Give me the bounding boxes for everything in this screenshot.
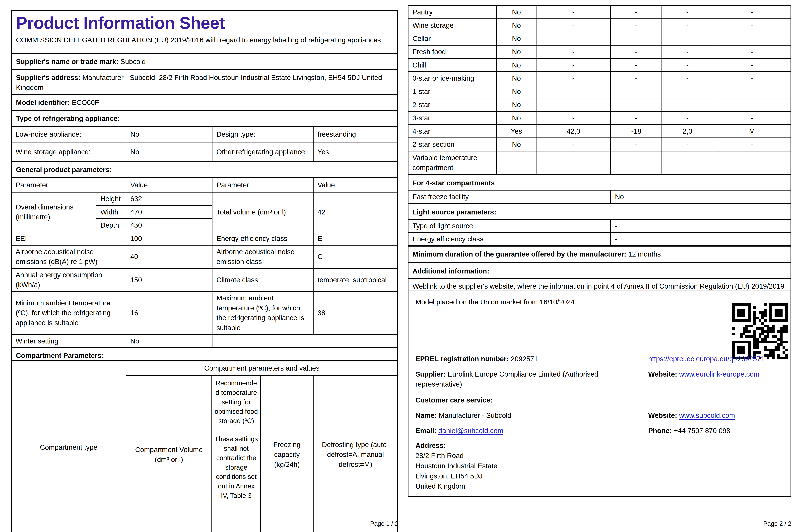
min-ambient-temp-value: 16 xyxy=(126,291,212,335)
light-source-heading: Light source parameters: xyxy=(408,204,791,219)
compartment-temp-cell: - xyxy=(611,151,662,174)
compartment-temp-cell: - xyxy=(611,6,662,19)
table-row: Compartment type Compartment parameters … xyxy=(12,361,397,375)
four-star-heading: For 4-star compartments xyxy=(408,174,791,190)
compartment-present-cell: Yes xyxy=(497,125,536,138)
column-header-value: Value xyxy=(313,178,397,192)
compartment-heading-row: Compartment Parameters: xyxy=(12,347,397,360)
general-parameters-section: Parameter Value Parameter Value Overal d… xyxy=(12,177,397,347)
table-row: Cellar No - - - - xyxy=(408,32,791,45)
guarantee-row: Minimum duration of the guarantee offere… xyxy=(408,246,791,263)
compartment-freezing-cell: - xyxy=(662,45,713,58)
additional-info-heading: Additional information: xyxy=(408,263,791,278)
column-header-parameter: Parameter xyxy=(12,178,126,192)
max-ambient-temp-label: Maximum ambient temperature (ºC), for wh… xyxy=(212,291,313,335)
compartment-freezing-cell: - xyxy=(662,85,713,98)
fast-freeze-row: Fast freeze facility No xyxy=(408,190,791,204)
compartment-present-cell: No xyxy=(497,45,536,58)
fast-freeze-label: Fast freeze facility xyxy=(408,190,611,204)
care-website-link[interactable]: www.subcold.com xyxy=(679,412,735,419)
compartment-present-cell: No xyxy=(497,58,536,72)
compartment-present-cell: No xyxy=(497,19,536,32)
compartment-freezing-cell: 2,0 xyxy=(662,125,713,138)
compartment-defrost-cell: - xyxy=(713,58,791,72)
general-parameters-heading-row: General product parameters: xyxy=(12,162,397,177)
compartment-temp-cell: -18 xyxy=(611,125,662,138)
care-email-row: Email: daniel@subcold.com Phone: +44 750… xyxy=(416,426,786,436)
compartment-temp-cell: - xyxy=(611,58,662,72)
compartment-type-cell: 1-star xyxy=(408,85,497,98)
supplier-address-row: Supplier's address: Manufacturer - Subco… xyxy=(12,69,397,94)
compartment-defrost-cell: - xyxy=(713,72,791,85)
care-website-wrap: Website: www.subcold.com xyxy=(648,411,786,420)
compartment-defrost-cell: - xyxy=(713,151,791,174)
care-address-line: 28/2 Firth Road xyxy=(416,451,658,461)
supplier-name-row: Supplier's name or trade mark: Subcold xyxy=(12,53,397,69)
care-email-link[interactable]: daniel@subcold.com xyxy=(438,427,504,435)
registration-box: Model placed on the Union market from 16… xyxy=(407,290,791,497)
page-2: Pantry No - - - - Wine storage No - - - … xyxy=(407,5,791,529)
page-1-sheet: Product Information Sheet COMMISSION DEL… xyxy=(11,10,398,532)
compartment-type-cell: 4-star xyxy=(408,125,497,138)
compartment-volume-cell: 42,0 xyxy=(536,125,611,138)
recommended-temperature-text: Recommended temperature setting for opti… xyxy=(214,378,259,425)
annual-energy-label: Annual energy consumption (kWh/a) xyxy=(12,268,126,291)
column-header-parameter: Parameter xyxy=(212,178,313,192)
care-phone-label: Phone: xyxy=(648,427,672,435)
supplier-info: Supplier: Eurolink Europe Compliance Lim… xyxy=(416,369,648,389)
table-row: Wine storage No - - - - xyxy=(408,19,791,32)
table-row: 2-star No - - - - xyxy=(408,98,791,111)
compartment-type-cell: Pantry xyxy=(408,6,497,19)
table-row: EEI 100 Energy efficiency class E xyxy=(12,232,397,245)
compartment-type-cell: 3-star xyxy=(408,111,497,125)
page-2-sheet: Pantry No - - - - Wine storage No - - - … xyxy=(407,5,791,304)
compartment-freezing-cell: - xyxy=(662,32,713,45)
supplier-name-value: Subcold xyxy=(120,58,146,65)
care-email-label: Email: xyxy=(416,427,436,435)
table-row-4-star: 4-star Yes 42,0 -18 2,0 M xyxy=(408,125,791,138)
guarantee-label: Minimum duration of the guarantee offere… xyxy=(413,250,626,258)
eei-value: 100 xyxy=(126,232,212,245)
compartment-values-table: Pantry No - - - - Wine storage No - - - … xyxy=(408,6,791,304)
market-placement-text: Model placed on the Union market from 16… xyxy=(416,297,671,307)
noise-emission-value: 40 xyxy=(126,245,212,268)
wine-storage-label: Wine storage appliance: xyxy=(12,142,126,162)
winter-setting-value: No xyxy=(126,335,212,347)
compartment-defrost-cell: - xyxy=(713,32,791,45)
care-name-row: Name: Manufacturer - Subcold Website: ww… xyxy=(416,411,786,420)
climate-class-value: temperate, subtropical xyxy=(313,268,397,291)
table-row: 3-star No - - - - xyxy=(408,111,791,125)
care-address-line: United Kingdom xyxy=(416,481,658,491)
compartment-present-cell: No xyxy=(497,138,536,151)
eprel-link[interactable]: https://eprel.ec.europa.eu/qr/2092571 xyxy=(648,355,765,363)
eei-label: EEI xyxy=(12,232,126,245)
compartment-temp-cell: - xyxy=(611,45,662,58)
type-heading-row: Type of refrigerating appliance: xyxy=(12,110,397,126)
compartment-volume-cell: - xyxy=(536,6,611,19)
dimension-width-value: 470 xyxy=(126,206,212,219)
care-name: Name: Manufacturer - Subcold xyxy=(416,411,648,420)
eprel-registration: EPREL registration number: 2092571 xyxy=(416,354,648,364)
compartment-volume-cell: - xyxy=(536,151,611,174)
compartment-header-table: Compartment type Compartment parameters … xyxy=(12,361,397,532)
compartment-freezing-cell: - xyxy=(662,111,713,125)
care-address-label: Address: xyxy=(416,440,658,451)
light-energy-class-row: Energy efficiency class - xyxy=(408,232,791,246)
compartment-volume-cell: - xyxy=(536,111,611,125)
compartment-freezing-cell: - xyxy=(662,6,713,19)
compartment-present-cell: - xyxy=(497,151,536,174)
compartment-freezing-cell: - xyxy=(662,151,713,174)
dimension-depth-value: 450 xyxy=(126,218,212,232)
other-appliance-value: Yes xyxy=(313,142,397,162)
compartment-type-cell: 2-star xyxy=(408,98,497,111)
compartment-volume-cell: - xyxy=(536,85,611,98)
compartment-present-cell: No xyxy=(497,111,536,125)
dimension-depth-label: Depth xyxy=(96,218,126,232)
noise-emission-label: Airborne acoustical noise emissions (dB(… xyxy=(12,245,126,268)
compartment-volume-cell: - xyxy=(536,72,611,85)
compartment-type-cell: 2-star section xyxy=(408,138,497,151)
table-row: Winter setting No xyxy=(12,335,397,347)
compartment-volume-cell: - xyxy=(536,32,611,45)
type-heading-label: Type of refrigerating appliance: xyxy=(16,115,120,122)
supplier-website-link[interactable]: www.eurolink-europe.com xyxy=(679,370,759,378)
